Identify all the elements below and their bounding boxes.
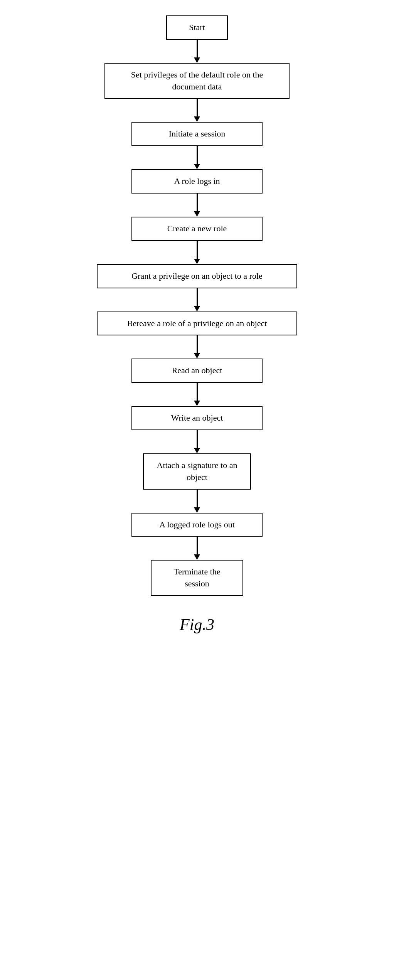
arrow-head-6	[194, 306, 200, 312]
node-start-label: Start	[189, 22, 205, 32]
arrow-11	[194, 537, 200, 560]
arrow-line-4	[197, 194, 198, 211]
diagram-container: Start Set privileges of the default role…	[0, 0, 394, 657]
node-bereave-role: Bereave a role of a privilege on an obje…	[97, 312, 297, 336]
flowchart: Start Set privileges of the default role…	[97, 15, 297, 596]
arrow-line-2	[197, 99, 198, 116]
node-create-role: Create a new role	[131, 217, 263, 241]
arrow-line-11	[197, 537, 198, 554]
arrow-head-3	[194, 164, 200, 169]
arrow-head-11	[194, 554, 200, 560]
node-grant-privilege-label: Grant a privilege on an object to a role	[131, 271, 263, 281]
arrow-7	[194, 335, 200, 359]
arrow-line-10	[197, 490, 198, 507]
arrow-head-1	[194, 57, 200, 63]
arrow-10	[194, 490, 200, 513]
arrow-4	[194, 194, 200, 217]
arrow-9	[194, 430, 200, 453]
node-grant-privilege: Grant a privilege on an object to a role	[97, 264, 297, 288]
arrow-2	[194, 99, 200, 122]
arrow-head-5	[194, 259, 200, 264]
node-logged-role-logs-out-label: A logged role logs out	[159, 520, 235, 529]
arrow-line-8	[197, 383, 198, 401]
figure-label: Fig.3	[180, 615, 214, 634]
arrow-head-4	[194, 211, 200, 217]
node-write-object: Write an object	[131, 406, 263, 430]
node-initiate-session-label: Initiate a session	[169, 129, 226, 138]
node-attach-signature-label: Attach a signature to an object	[157, 460, 237, 482]
node-role-logs-in: A role logs in	[131, 169, 263, 194]
arrow-head-2	[194, 116, 200, 122]
node-create-role-label: Create a new role	[167, 224, 227, 233]
arrow-head-8	[194, 401, 200, 406]
arrow-1	[194, 40, 200, 63]
node-role-logs-in-label: A role logs in	[174, 176, 220, 186]
arrow-head-9	[194, 448, 200, 453]
node-start: Start	[166, 15, 228, 40]
arrow-line-7	[197, 335, 198, 353]
node-write-object-label: Write an object	[171, 413, 223, 423]
arrow-line-5	[197, 241, 198, 259]
node-set-privileges: Set privileges of the default role on th…	[104, 63, 290, 99]
arrow-line-6	[197, 288, 198, 306]
node-terminate-session-label: Terminate the session	[173, 567, 220, 588]
node-bereave-role-label: Bereave a role of a privilege on an obje…	[127, 318, 267, 328]
arrow-8	[194, 383, 200, 406]
arrow-head-7	[194, 353, 200, 359]
arrow-3	[194, 146, 200, 169]
arrow-head-10	[194, 507, 200, 513]
node-read-object-label: Read an object	[172, 365, 222, 375]
node-attach-signature: Attach a signature to an object	[143, 453, 251, 490]
arrow-5	[194, 241, 200, 264]
arrow-6	[194, 288, 200, 312]
arrow-line-9	[197, 430, 198, 448]
node-terminate-session: Terminate the session	[151, 560, 243, 596]
node-logged-role-logs-out: A logged role logs out	[131, 513, 263, 537]
node-read-object: Read an object	[131, 359, 263, 383]
node-set-privileges-label: Set privileges of the default role on th…	[131, 70, 263, 91]
arrow-line-1	[197, 40, 198, 57]
node-initiate-session: Initiate a session	[131, 122, 263, 146]
arrow-line-3	[197, 146, 198, 164]
